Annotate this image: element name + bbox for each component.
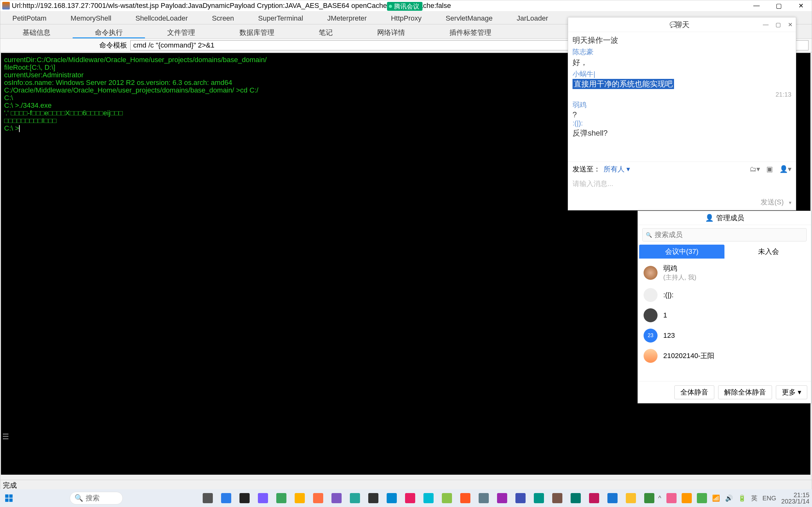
avatar: [644, 266, 658, 280]
function-tab[interactable]: 网络详情: [355, 24, 427, 38]
plugin-tab[interactable]: SuperTerminal: [246, 11, 315, 24]
chat-minimize-button[interactable]: —: [763, 21, 768, 28]
tab-in-meeting[interactable]: 会议中(37): [639, 245, 724, 259]
search-icon: 🔍: [74, 494, 83, 502]
status-bar: 完成: [0, 480, 812, 489]
taskbar-app-icon[interactable]: [477, 492, 490, 504]
ime-indicator[interactable]: 英: [751, 494, 757, 503]
command-template-label: 命令模板: [3, 41, 131, 50]
screenshot-icon[interactable]: ▣: [766, 165, 773, 173]
member-name: :(|):: [663, 291, 674, 299]
taskbar-app-icon[interactable]: [257, 492, 269, 504]
member-name: 123: [663, 331, 675, 340]
tray-icon[interactable]: [666, 493, 676, 503]
taskbar-app-icon[interactable]: [293, 492, 306, 504]
tray-icon[interactable]: [697, 493, 707, 503]
chat-send-dropdown-icon[interactable]: ▾: [789, 200, 792, 205]
taskbar-app-icon[interactable]: [643, 492, 656, 504]
taskbar-app-icon[interactable]: [220, 492, 233, 504]
terminal-cursor: [19, 125, 20, 132]
member-row[interactable]: 210202140-王阳: [638, 346, 811, 366]
taskbar-app-icon[interactable]: [588, 492, 600, 504]
minimize-button[interactable]: —: [750, 2, 763, 9]
taskbar-app-icon[interactable]: [238, 492, 251, 504]
taskbar-app-icon[interactable]: [330, 492, 343, 504]
chat-message: ?: [572, 110, 792, 119]
maximize-button[interactable]: ▢: [772, 2, 785, 9]
plugin-tab[interactable]: JarLoader: [505, 11, 560, 24]
lang-indicator[interactable]: ENG: [763, 495, 776, 502]
taskbar-app-icon[interactable]: [349, 492, 361, 504]
taskbar-app-icon[interactable]: [532, 492, 545, 504]
plugin-tab[interactable]: ShellcodeLoader: [123, 11, 200, 24]
battery-icon[interactable]: 🔋: [738, 494, 746, 502]
function-tab[interactable]: 笔记: [297, 24, 355, 38]
chat-message-input[interactable]: 请输入消息...: [568, 176, 796, 195]
tab-not-joined[interactable]: 未入会: [726, 245, 811, 259]
taskbar-app-icon[interactable]: [569, 492, 582, 504]
list-icon[interactable]: ☰: [2, 432, 12, 442]
unmute-all-button[interactable]: 解除全体静音: [718, 385, 772, 399]
members-search-input[interactable]: [655, 231, 803, 239]
taskbar-app-icon[interactable]: [496, 492, 508, 504]
taskbar-app-icon[interactable]: [312, 492, 324, 504]
function-tab[interactable]: 插件标签管理: [427, 24, 513, 38]
clock[interactable]: 21:15 2023/1/14: [781, 492, 809, 504]
taskbar-app-icon[interactable]: [606, 492, 619, 504]
taskbar-app-icon[interactable]: [459, 492, 472, 504]
volume-icon[interactable]: 🔊: [725, 494, 733, 502]
members-list[interactable]: 弱鸡(主持人, 我):(|):123123210202140-王阳: [638, 259, 811, 381]
tray-icon[interactable]: [681, 493, 692, 503]
member-row[interactable]: 23123: [638, 326, 811, 346]
contact-icon[interactable]: 👤▾: [779, 165, 792, 173]
folder-icon[interactable]: 🗂▾: [750, 165, 760, 173]
members-title: 管理成员: [716, 213, 744, 223]
member-name: 1: [663, 311, 667, 320]
plugin-tab[interactable]: JMeterpreter: [315, 11, 379, 24]
taskbar-app-icon[interactable]: [201, 492, 214, 504]
chat-maximize-button[interactable]: ▢: [775, 21, 781, 28]
taskbar-app-icon[interactable]: [441, 492, 453, 504]
function-tab[interactable]: 数据库管理: [217, 24, 297, 38]
chat-compose: 发送至： 所有人 ▾ 🗂▾ ▣ 👤▾ 请输入消息... 发送(S) ▾: [568, 162, 796, 210]
members-search: 🔍: [638, 225, 811, 245]
taskbar-app-icon[interactable]: [514, 492, 527, 504]
start-button[interactable]: [3, 492, 15, 504]
plugin-tab[interactable]: MemoryShell: [59, 11, 123, 24]
function-tab[interactable]: 命令执行: [72, 24, 145, 38]
chat-sender-name: 小蜗牛|: [572, 69, 792, 79]
taskbar-app-icon[interactable]: [404, 492, 416, 504]
wifi-icon[interactable]: 📶: [712, 494, 720, 502]
more-button[interactable]: 更多 ▾: [776, 385, 807, 399]
function-tab[interactable]: 文件管理: [145, 24, 217, 38]
svg-rect-2: [5, 498, 8, 502]
taskbar-app-icon[interactable]: [275, 492, 288, 504]
plugin-tab[interactable]: PetitPotam: [0, 11, 59, 24]
taskbar-app-icon[interactable]: [367, 492, 380, 504]
plugin-tab[interactable]: Screen: [200, 11, 246, 24]
chevron-up-icon[interactable]: ^: [658, 495, 661, 502]
chat-sender-name: 弱鸡: [572, 100, 792, 110]
member-row[interactable]: 弱鸡(主持人, 我): [638, 261, 811, 285]
member-row[interactable]: 1: [638, 305, 811, 326]
sendto-dropdown[interactable]: 所有人 ▾: [604, 164, 630, 174]
taskbar-app-icon[interactable]: [422, 492, 435, 504]
taskbar-app-icon[interactable]: [386, 492, 398, 504]
chat-close-button[interactable]: ✕: [788, 21, 793, 28]
chat-message-list[interactable]: 明天操作一波陈志豪好，小蜗牛|直接用干净的系统也能实现吧21:13弱鸡?:(|)…: [568, 32, 796, 162]
plugin-tab[interactable]: HttpProxy: [379, 11, 434, 24]
member-row[interactable]: :(|):: [638, 285, 811, 305]
function-tab[interactable]: 基础信息: [0, 24, 72, 38]
taskbar-search[interactable]: 🔍 搜索: [70, 492, 123, 504]
mute-all-button[interactable]: 全体静音: [674, 385, 714, 399]
plugin-tab[interactable]: ServletManage: [434, 11, 505, 24]
chat-message: 直接用干净的系统也能实现吧: [572, 79, 792, 89]
system-tray[interactable]: ^ 📶 🔊 🔋 英 ENG 21:15 2023/1/14: [658, 492, 809, 504]
chat-send-button[interactable]: 发送(S): [761, 198, 784, 206]
taskbar-app-icon[interactable]: [551, 492, 564, 504]
close-button[interactable]: ✕: [795, 2, 807, 9]
member-name: 210202140-王阳: [663, 351, 714, 360]
taskbar-app-icon[interactable]: [624, 492, 637, 504]
chat-timestamp: 21:13: [572, 91, 792, 98]
meeting-badge[interactable]: 腾讯会议: [387, 2, 422, 11]
